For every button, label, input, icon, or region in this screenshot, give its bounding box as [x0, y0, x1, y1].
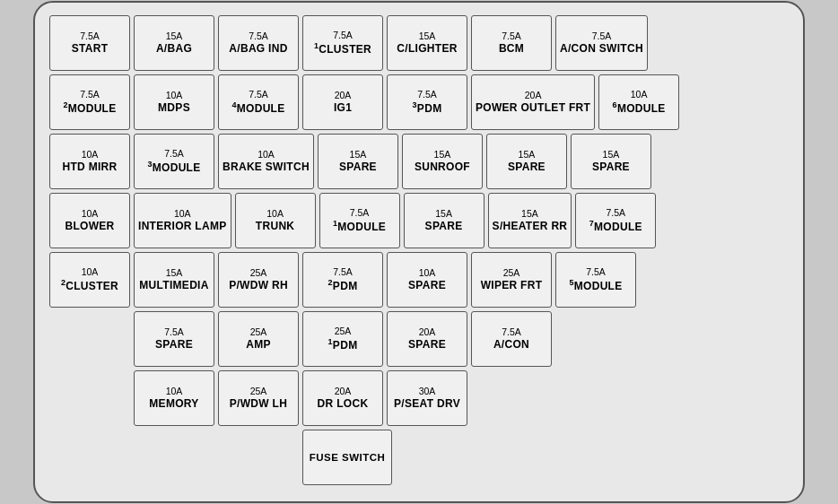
fuse-amps: 10A [82, 208, 99, 221]
fuse-amps: 25A [503, 267, 520, 280]
fuse-label: SPARE [408, 279, 446, 292]
fuse-label: MDPS [158, 101, 190, 115]
fuse-label: 1MODULE [333, 219, 386, 234]
fuse-label: S/HEATER RR [493, 220, 568, 233]
fuse-cell-6-2: 20ADR LOCK [302, 370, 383, 426]
fuse-label: MEMORY [149, 397, 198, 411]
fuse-cell-4-1: 15AMULTIMEDIA [134, 252, 214, 308]
fuse-label: INTERIOR LAMP [138, 220, 227, 233]
fuse-label: BRAKE SWITCH [223, 161, 310, 174]
fuse-label: 3MODULE [147, 160, 200, 175]
fuse-cell-4-5: 25AWIPER FRT [471, 252, 552, 308]
fuse-cell-2-1: 7.5A3MODULE [134, 134, 214, 189]
fuse-cell-2-3: 15ASPARE [318, 134, 398, 189]
fuse-label: BCM [499, 42, 524, 56]
fuse-amps: 7.5A [249, 89, 268, 101]
fuse-label: A/BAG [156, 42, 192, 56]
fuse-row-6: 10AMEMORY25AP/WDW LH20ADR LOCK30AP/SEAT … [134, 370, 789, 426]
fuse-cell-2-5: 15ASPARE [486, 134, 567, 189]
fuse-label: SPARE [155, 338, 193, 352]
fuse-label: 5MODULE [569, 278, 622, 293]
fuse-cell-1-3: 20AIG1 [302, 74, 383, 130]
fuse-amps: 7.5A [333, 266, 353, 279]
fuse-cell-0-1: 15AA/BAG [134, 15, 214, 71]
fuse-label: 3PDM [413, 100, 442, 116]
fuse-label: POWER OUTLET FRT [476, 101, 590, 115]
fuse-amps: 10A [166, 90, 183, 102]
fuse-row-5: 7.5ASPARE25AAMP25A1PDM20ASPARE7.5AA/CON [134, 311, 789, 367]
fuse-cell-5-0: 7.5ASPARE [134, 311, 214, 367]
fuse-cell-5-2: 25A1PDM [302, 311, 383, 367]
fuse-row-1: 7.5A2MODULE10AMDPS7.5A4MODULE20AIG17.5A3… [49, 74, 789, 130]
fuse-cell-0-5: 7.5ABCM [471, 15, 552, 71]
fuse-amps: 7.5A [164, 326, 184, 339]
fuse-cell-0-0: 7.5ASTART [49, 15, 130, 71]
fuse-cell-1-2: 7.5A4MODULE [218, 74, 299, 130]
fuse-amps: 7.5A [350, 207, 370, 220]
fuse-label: 2CLUSTER [61, 278, 118, 293]
fuse-label: SPARE [592, 161, 630, 174]
fuse-cell-0-3: 7.5A1CLUSTER [302, 15, 383, 71]
fuse-amps: 7.5A [586, 266, 606, 279]
fuse-amps: 30A [419, 386, 436, 398]
fuse-row-0: 7.5ASTART15AA/BAG7.5AA/BAG IND7.5A1CLUST… [49, 15, 789, 71]
fuse-label: A/BAG IND [229, 42, 287, 56]
fuse-label: A/CON SWITCH [560, 42, 643, 56]
fuse-amps: 20A [419, 326, 436, 339]
fuse-label: 4MODULE [231, 100, 284, 116]
fuse-label: C/LIGHTER [397, 42, 457, 56]
fuse-label: 7MODULE [589, 219, 642, 234]
fuse-cell-6-0: 10AMEMORY [134, 370, 214, 426]
fuse-cell-4-0: 10A2CLUSTER [49, 252, 130, 308]
fuse-amps: 10A [631, 89, 648, 101]
fuse-cell-4-2: 25AP/WDW RH [218, 252, 299, 308]
fuse-amps: 15A [521, 208, 538, 221]
fuse-amps: 25A [335, 326, 352, 338]
fuse-switch-label: FUSE SWITCH [310, 452, 386, 463]
fuse-amps: 20A [335, 90, 352, 102]
fuse-label: HTD MIRR [62, 161, 117, 174]
fuse-amps: 15A [419, 30, 436, 43]
fuse-cell-2-6: 15ASPARE [571, 134, 651, 189]
fuse-amps: 7.5A [80, 89, 100, 101]
fuse-amps: 15A [603, 149, 620, 161]
fuse-amps: 20A [525, 90, 542, 102]
fuse-cell-5-1: 25AAMP [218, 311, 299, 367]
fuse-cell-4-6: 7.5A5MODULE [555, 252, 636, 308]
fuse-label: 6MODULE [613, 100, 666, 116]
fuse-switch-cell[interactable]: FUSE SWITCH [302, 430, 392, 485]
fuse-amps: 7.5A [417, 89, 437, 101]
fuse-label: P/WDW RH [229, 279, 288, 292]
fuse-cell-3-2: 10ATRUNK [235, 193, 316, 248]
fuse-amps: 15A [166, 267, 183, 280]
fuse-label: 1CLUSTER [314, 41, 371, 56]
fuse-label: P/SEAT DRV [394, 397, 460, 411]
fuse-cell-0-4: 15AC/LIGHTER [387, 15, 467, 71]
fuse-cell-6-3: 30AP/SEAT DRV [387, 370, 467, 426]
fuse-cell-1-1: 10AMDPS [134, 74, 214, 130]
fuse-amps: 15A [166, 30, 183, 43]
fuse-amps: 7.5A [164, 148, 184, 161]
fuse-label: P/WDW LH [230, 397, 287, 411]
fuse-amps: 7.5A [607, 207, 626, 220]
fuse-cell-2-2: 10ABRAKE SWITCH [218, 134, 314, 189]
fuse-cell-3-0: 10ABLOWER [49, 193, 130, 248]
fuse-cell-6-1: 25AP/WDW LH [218, 370, 299, 426]
fuse-amps: 10A [419, 267, 436, 280]
fuse-cell-2-0: 10AHTD MIRR [49, 134, 130, 189]
fuse-cell-3-5: 15AS/HEATER RR [488, 193, 572, 248]
fuse-amps: 7.5A [249, 30, 268, 43]
fuse-amps: 15A [434, 149, 451, 161]
fuse-cell-2-4: 15ASUNROOF [402, 134, 483, 189]
fuse-cell-0-6: 7.5AA/CON SWITCH [555, 15, 648, 71]
fuse-amps: 7.5A [502, 30, 521, 43]
fuse-amps: 10A [166, 386, 183, 398]
fuse-cell-1-6: 10A6MODULE [598, 74, 679, 130]
fuse-row-4: 10A2CLUSTER15AMULTIMEDIA25AP/WDW RH7.5A2… [49, 252, 789, 308]
fuse-label: IG1 [334, 101, 352, 115]
fuse-label: SPARE [508, 161, 546, 174]
fuse-cell-3-4: 15ASPARE [404, 193, 484, 248]
fuse-label: DR LOCK [318, 397, 369, 411]
fuse-label: WIPER FRT [481, 279, 543, 292]
fuse-amps: 15A [435, 208, 452, 221]
